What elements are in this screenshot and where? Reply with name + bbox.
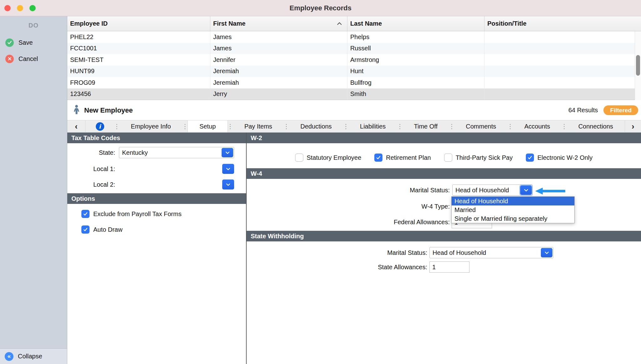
cell-first-name: James [210,43,347,54]
sort-ascending-icon [337,22,342,25]
tab-setup[interactable]: Setup [187,120,228,132]
marital-status-value: Head of Household [433,249,486,256]
cell-first-name: Jerry [210,88,347,100]
table-row[interactable]: FCC1001 James Russell [67,43,641,54]
state-allowances-input[interactable] [429,261,469,273]
column-header-label: Position/Title [487,20,526,27]
table-row[interactable]: SEMI-TEST Jennifer Armstrong [67,54,641,66]
exclude-payroll-tax-forms-checkbox[interactable] [81,210,90,218]
collapse-button[interactable]: « Collapse [0,348,67,364]
employee-records-window: Employee Records DO Save Cancel « Collap… [0,0,641,364]
third-party-sick-pay-checkbox[interactable] [444,154,452,162]
column-header-employee-id[interactable]: Employee ID [67,16,210,31]
checkbox-label: Electronic W-2 Only [537,154,592,161]
zoom-button[interactable] [29,5,36,11]
chevron-down-icon [226,168,230,170]
checkbox-row: Exclude from Payroll Tax Forms [81,209,182,219]
tab-separator: ⋮ [284,120,289,132]
check-icon [83,228,88,231]
table-row[interactable]: HUNT99 Jeremiah Hunt [67,66,641,77]
sw-marital-status-label: Marital Status: [247,247,427,258]
window-title: Employee Records [290,4,351,12]
withholding-panel: W-2 Statutory Employee Retirement Plan T… [247,133,641,364]
column-header-label: First Name [213,20,245,27]
local1-combo-button[interactable] [222,164,234,174]
tab-pay-items[interactable]: Pay Items [233,120,284,132]
double-chevron-left-icon: « [5,352,13,361]
state-combobox[interactable]: Kentucky [119,147,234,158]
local1-label: Local 1: [67,163,115,174]
tab-separator: ⋮ [449,120,454,132]
title-bar: Employee Records [0,0,641,16]
column-header-label: Employee ID [70,20,108,27]
employee-table: Employee ID First Name Last Name Positio… [67,16,641,100]
checkbox-label: Auto Draw [93,226,122,233]
cancel-button[interactable]: Cancel [0,51,67,67]
section-header-tax-table-codes: Tax Table Codes [67,133,246,143]
tab-separator: ⋮ [562,120,567,132]
tab-time-off[interactable]: Time Off [402,120,449,132]
tab-bar: ‹ i ⋮ Employee Info ⋮ Setup ⋮ Pay Items … [67,120,641,133]
tab-employee-info[interactable]: Employee Info [119,120,182,132]
cell-last-name: Bullfrog [347,77,485,88]
tab-connections[interactable]: Connections [567,120,625,132]
w4-marital-status-combobox[interactable]: Head of Household [452,185,533,196]
w4-type-label: W-4 Type: [247,201,450,212]
cell-position-title [485,66,641,77]
local2-combo-button[interactable] [222,179,234,190]
sw-marital-status-combobox[interactable]: Head of Household [429,247,553,258]
sw-marital-combo-button[interactable] [541,248,552,257]
table-row[interactable]: FROG09 Jeremiah Bullfrog [67,77,641,88]
menu-item-married[interactable]: Married [452,205,574,214]
electronic-w2-only-checkbox[interactable] [526,154,534,162]
tab-accounts[interactable]: Accounts [513,120,562,132]
tabs-scroll-left-button[interactable]: ‹ [67,120,85,132]
close-button[interactable] [4,5,11,11]
traffic-lights [4,0,36,16]
minimize-button[interactable] [17,5,23,11]
column-header-position-title[interactable]: Position/Title [485,16,641,31]
tab-separator: ⋮ [508,120,513,132]
check-icon [528,156,532,159]
menu-item-single-or-married-filing-separately[interactable]: Single or Married filing separately [452,214,574,223]
cell-employee-id: PHEL22 [67,31,210,43]
menu-item-head-of-household[interactable]: Head of Household [452,197,574,205]
annotation-arrow-left-icon [535,187,565,195]
x-circle-icon [5,55,14,63]
table-row[interactable]: PHEL22 James Phelps [67,31,641,43]
tab-separator: ⋮ [228,120,233,132]
cell-first-name: Jeremiah [210,77,347,88]
cell-employee-id: FROG09 [67,77,210,88]
auto-draw-checkbox[interactable] [81,225,90,234]
cell-employee-id: FCC1001 [67,43,210,54]
save-button[interactable]: Save [0,34,67,51]
tab-deductions[interactable]: Deductions [289,120,343,132]
cancel-label: Cancel [18,55,38,63]
table-vertical-scrollbar[interactable] [635,31,641,100]
cell-position-title [485,77,641,88]
tab-liabilities[interactable]: Liabilities [348,120,397,132]
tab-separator: ⋮ [343,120,348,132]
cell-first-name: Jennifer [210,54,347,66]
tabs-scroll-right-button[interactable]: › [625,120,641,132]
tab-info[interactable]: i [85,120,114,132]
column-header-last-name[interactable]: Last Name [347,16,485,31]
chevron-down-icon [225,151,230,154]
state-combo-button[interactable] [222,148,233,157]
check-icon [83,212,88,216]
save-label: Save [18,39,33,46]
retirement-plan-checkbox[interactable] [374,154,382,162]
chevron-down-icon [524,189,528,192]
cell-last-name: Phelps [347,31,485,43]
checkbox-label: Retirement Plan [386,154,431,161]
column-header-first-name[interactable]: First Name [210,16,347,31]
cell-first-name: James [210,31,347,43]
marital-status-dropdown-menu: Head of Household Married Single or Marr… [451,196,575,223]
scrollbar-thumb[interactable] [636,55,640,76]
tab-comments[interactable]: Comments [454,120,508,132]
w4-marital-combo-button[interactable] [520,185,532,195]
state-value: Kentucky [122,149,148,156]
table-row-selected[interactable]: 123456 Jerry Smith [67,88,641,100]
statutory-employee-checkbox[interactable] [295,154,303,162]
filtered-badge[interactable]: Filtered [603,105,638,115]
